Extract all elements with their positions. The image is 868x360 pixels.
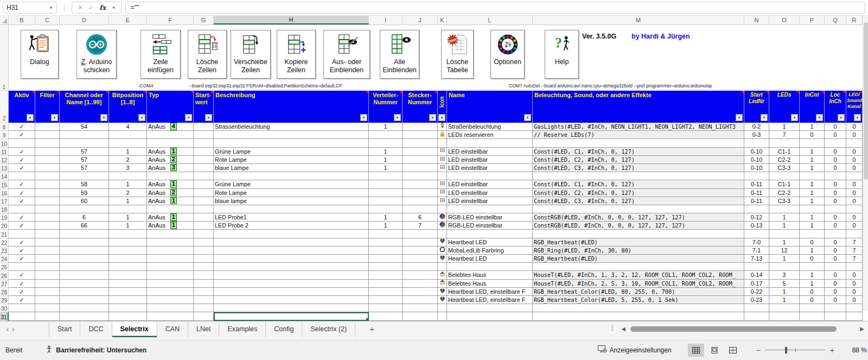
cell[interactable] [438,139,447,147]
confirm-icon[interactable]: ✓ [88,4,94,11]
cell[interactable] [194,164,214,172]
cell[interactable]: 1 [369,222,403,230]
cell[interactable] [403,172,438,180]
cell[interactable]: ConstRGB(#LED, #InCh, 0, 0, 0, 127, 127,… [533,222,744,230]
row-number[interactable]: 13 [0,164,9,172]
tab-lnet[interactable]: LNet [188,321,219,337]
cell[interactable]: Strassenbeleuchtung [214,123,369,131]
cell[interactable]: 1 [800,164,825,172]
cell[interactable]: 5 [769,280,800,288]
cell[interactable]: 7-1 [744,247,769,255]
cell[interactable] [369,205,403,213]
cell[interactable]: RGB_Heartbeat(#LED) [533,255,744,263]
cell[interactable]: ✓ [9,271,35,279]
cell[interactable]: 4 [109,123,147,131]
cell[interactable] [800,230,825,238]
cell[interactable]: 7 [769,131,800,139]
cell[interactable] [769,312,800,320]
cell[interactable] [147,255,194,263]
cell[interactable] [769,139,800,147]
cell[interactable]: 57 [60,156,109,164]
cell[interactable] [825,205,846,213]
cell[interactable]: 57 [60,148,109,156]
cell[interactable]: 58 [60,180,109,188]
cell[interactable] [109,304,147,312]
cell[interactable] [438,312,447,320]
row-number[interactable]: 25 [0,263,9,271]
column-header-N[interactable]: N [744,16,769,24]
cell[interactable] [769,263,800,271]
cell[interactable] [35,247,60,255]
cell[interactable] [744,304,769,312]
column-header-C[interactable]: C [35,16,60,24]
cell[interactable]: LED Probe1 [214,213,369,222]
cell[interactable]: ✓ [9,255,35,263]
cell[interactable]: 1 [109,213,147,222]
cell[interactable]: HouseT(#LED, #InCh, 1, 3, 2, 12, ROOM_CO… [533,271,744,279]
tab-start[interactable]: Start [49,321,80,337]
cell[interactable] [438,280,447,288]
cell[interactable] [369,288,403,296]
cell[interactable]: 1 [109,197,147,205]
cell[interactable]: 0 [846,222,863,230]
cell[interactable]: 6 [60,213,109,222]
cell[interactable]: 0-17 [744,280,769,288]
cell[interactable]: Rote Lampe [214,156,369,164]
cell[interactable] [214,131,369,139]
cell[interactable]: 1 [369,156,403,164]
cell[interactable] [35,271,60,279]
cell[interactable] [214,255,369,263]
cell[interactable]: 7-0 [744,238,769,247]
cell[interactable] [194,131,214,139]
cell[interactable]: 1 [800,156,825,164]
cell[interactable]: AnAus1 [147,222,194,230]
cell[interactable]: 0 [825,197,846,205]
cell[interactable] [438,304,447,312]
cell[interactable]: 0-10 [744,156,769,164]
page-layout-view-button[interactable] [706,344,723,357]
cell[interactable]: Straßenbeleuchtung [447,123,533,131]
cell[interactable]: ✓ [9,238,35,247]
cell[interactable] [403,197,438,205]
cell[interactable] [769,172,800,180]
cell[interactable]: Heartbeat LED, einstellbare F [447,288,533,296]
cell[interactable] [194,255,214,263]
cell[interactable] [194,288,214,296]
cell[interactable] [109,288,147,296]
cell[interactable] [35,280,60,288]
cell[interactable]: 6 [403,213,438,222]
tab-selectrix[interactable]: Selectrix [112,321,157,337]
cell[interactable] [109,230,147,238]
cell[interactable]: 1 [769,238,800,247]
tab-selectrix-2-[interactable]: Selectrix (2) [302,321,355,337]
horizontal-scroll-track[interactable] [627,326,858,332]
cell[interactable] [35,164,60,172]
row-number[interactable]: 20 [0,222,9,230]
tab-can[interactable]: CAN [157,321,188,337]
cell[interactable] [9,139,35,147]
filter-dropdown-icon[interactable]: ▼ [360,114,367,121]
cell[interactable]: 0-12 [744,213,769,222]
filter-dropdown-icon[interactable]: ▼ [438,114,445,121]
cell[interactable] [35,213,60,222]
cell[interactable] [109,205,147,213]
arduino-button[interactable]: Z. Arduino schicken [76,30,117,79]
cell[interactable] [109,263,147,271]
cell[interactable]: 0 [825,180,846,188]
cell[interactable]: C2-2 [769,189,800,197]
cell[interactable] [825,304,846,312]
cell[interactable] [438,271,447,279]
cell[interactable]: 0 [825,255,846,263]
cell[interactable] [369,296,403,304]
cell[interactable]: ✓ [9,156,35,164]
cell[interactable]: 0 [825,288,846,296]
cell[interactable]: Rote Lampe [214,189,369,197]
cell[interactable]: 1 [800,123,825,131]
cell[interactable]: ✓ [9,222,35,230]
cell[interactable]: 66 [60,222,109,230]
cell[interactable] [447,304,533,312]
add-sheet-button[interactable]: + [355,321,388,337]
cell[interactable] [533,304,744,312]
cell[interactable] [438,148,447,156]
cell[interactable] [744,263,769,271]
